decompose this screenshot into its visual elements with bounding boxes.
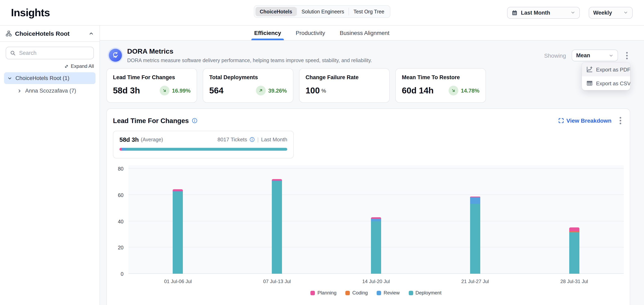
org-hierarchy-icon [6,30,12,36]
phase-segment-planning [120,148,122,151]
trend-up-icon [256,86,266,95]
legend-item-review[interactable]: Review [377,290,400,296]
sidebar-root-label: ChoiceHotels Root [15,30,85,37]
stacked-bar-4[interactable] [470,197,480,274]
bar-segment-planning [569,227,579,232]
export-menu: Export as PDF Export as CSV [582,62,630,90]
y-tick-label: 20 [118,245,124,251]
info-icon[interactable] [250,137,255,142]
chart-legend: PlanningCodingReviewDeployment [128,290,624,296]
summary-period: Last Month [261,136,287,143]
chart-slot [426,165,525,274]
bar-segment-planning [173,189,183,191]
bar-segment-deployment [470,204,480,274]
view-breakdown-button[interactable]: View Breakdown [558,117,612,124]
sprint-cycle-icon [109,49,122,62]
main-panel: Efficiency Productivity Business Alignme… [100,25,644,305]
trend-badge: 16.99% [160,86,190,95]
org-tab-test-org-tree[interactable]: Test Org Tree [349,7,389,16]
tree-item-choicehotels-root[interactable]: ChoiceHotels Root (1) [4,72,96,84]
stacked-bar-3[interactable] [371,217,381,274]
divider: | [258,136,259,143]
tree-search[interactable] [6,47,94,59]
chart-xlabels: 01 Jul-06 Jul07 Jul-13 Jul14 Jul-20 Jul2… [128,279,624,284]
chevron-down-icon [570,10,575,15]
legend-item-planning[interactable]: Planning [310,290,336,296]
period-select-value: Last Month [521,9,550,16]
chart-kebab-menu-icon[interactable] [617,116,624,125]
bar-segment-planning [371,217,381,219]
org-tab-solution-engineers[interactable]: Solution Engineers [297,7,348,16]
metric-value: 60d 14h [402,86,434,95]
stacked-bar-2[interactable] [272,179,282,274]
trend-value: 39.26% [268,87,287,94]
trend-down-icon [448,86,458,95]
trend-value: 14.78% [461,87,480,94]
x-axis-label: 14 Jul-20 Jul [326,279,426,284]
chevron-down-icon[interactable] [7,76,12,81]
metric-value: 564 [209,86,224,95]
chevron-down-icon [623,10,628,15]
legend-item-deployment[interactable]: Deployment [408,290,442,296]
search-icon [10,50,16,56]
info-icon[interactable] [192,118,198,123]
dora-header: DORA Metrics DORA metrics measure softwa… [106,46,630,63]
menu-item-export-csv[interactable]: Export as CSV [582,76,630,90]
phase-progress-bar [120,148,287,151]
calendar-icon [512,9,518,16]
tickets-count: 8017 Tickets [218,136,247,143]
legend-label: Coding [352,290,368,296]
trend-badge: 39.26% [256,86,287,95]
metric-title: Change Failure Rate [306,74,383,80]
y-tick-label: 0 [121,271,124,277]
showing-select-value: Mean [576,52,590,58]
legend-marker [345,291,350,295]
tab-business-alignment[interactable]: Business Alignment [338,25,390,40]
chart-slot [524,165,624,274]
showing-select[interactable]: Mean [572,49,618,61]
trend-down-icon [160,86,170,95]
expand-diagonal-icon [64,64,69,68]
chevron-up-icon[interactable] [88,31,94,36]
chart-plot [128,165,624,274]
dora-kebab-menu-icon[interactable] [624,51,630,60]
expand-all-button[interactable]: Expand All [6,63,94,69]
metric-value: 58d 3h [113,86,140,95]
trend-badge: 14.78% [448,86,480,95]
menu-item-export-pdf[interactable]: Export as PDF [582,62,630,76]
card-lead-time-for-changes: Lead Time For Changes 58d 3h 16.99% [106,68,197,103]
phase-segment-review [122,148,126,151]
dora-metric-cards: Lead Time For Changes 58d 3h 16.99% [106,68,630,103]
search-input[interactable] [19,50,90,56]
metric-title: Lead Time For Changes [113,74,190,80]
topbar-filters: Last Month Weekly [507,7,632,18]
chart-slot [128,165,228,274]
menu-item-label: Export as PDF [596,66,630,72]
tree-item-anna-scozzafava[interactable]: Anna Scozzafava (7) [14,85,96,97]
legend-item-coding[interactable]: Coding [345,290,368,296]
metric-title: Mean Time To Restore [402,74,480,80]
stacked-bar-5[interactable] [569,227,579,274]
metric-unit: % [322,87,326,94]
granularity-select[interactable]: Weekly [589,7,632,18]
legend-label: Deployment [416,290,442,296]
metric-value: 100 [306,86,320,95]
chevron-right-icon[interactable] [17,88,22,93]
phase-segment-deployment [126,148,287,151]
showing-label: Showing [544,52,566,59]
tab-productivity[interactable]: Productivity [294,25,326,40]
topbar: Insights ChoiceHotels Solution Engineers… [0,0,644,25]
bar-segment-review [470,198,480,204]
org-tab-choicehotels[interactable]: ChoiceHotels [255,7,296,16]
bar-segment-deployment [569,232,579,274]
sidebar-header[interactable]: ChoiceHotels Root [0,25,100,42]
chart-line-plus-icon [586,66,593,73]
dora-icon-halo [108,47,123,63]
tab-efficiency[interactable]: Efficiency [253,25,282,40]
y-tick-label: 40 [118,219,124,224]
stacked-bar-1[interactable] [173,189,183,274]
period-select[interactable]: Last Month [507,7,580,18]
chart-yaxis: 806040200 [113,165,124,274]
tree-item-label: Anna Scozzafava (7) [25,88,76,94]
menu-item-label: Export as CSV [596,80,630,86]
